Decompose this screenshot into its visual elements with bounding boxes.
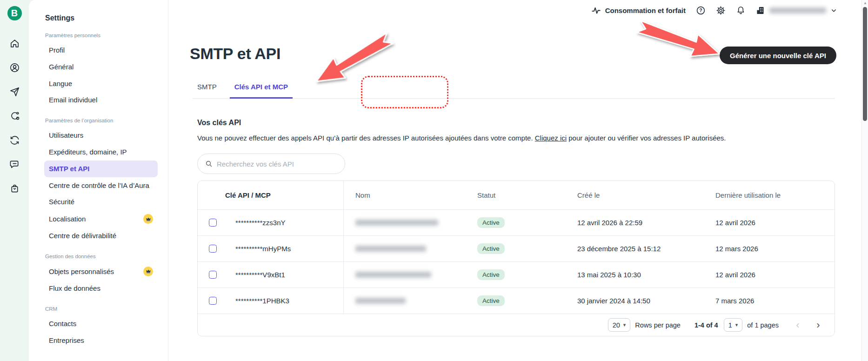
rows-per-page-select[interactable]: 20▾ (608, 318, 631, 332)
last-used-cell: 12 mars 2026 (715, 236, 835, 261)
tab-bar: SMTP Clés API et MCP (193, 80, 835, 99)
key-name-redacted (355, 272, 431, 278)
key-name-redacted (355, 246, 426, 252)
usage-plan-link[interactable]: Consommation et forfait (591, 6, 686, 15)
row-checkbox[interactable] (209, 271, 217, 279)
sidebar-item-securite[interactable]: Sécurité (44, 194, 158, 210)
section-label-organisation: Paramètres de l’organisation (45, 118, 158, 123)
sidebar-item-flux-donnees[interactable]: Flux de données (44, 280, 158, 297)
page-select[interactable]: 1▾ (724, 318, 743, 332)
api-key-masked: **********mHyPMs (235, 245, 291, 253)
account-menu[interactable] (755, 6, 837, 15)
premium-crown-icon (143, 267, 153, 276)
key-name-redacted (355, 220, 438, 226)
sidebar-item-smtp-api[interactable]: SMTP et API (44, 160, 158, 177)
table-pagination: 20▾ Rows per page 1-4 of 4 1▾ of 1 pages… (198, 314, 835, 336)
last-used-cell: 12 avril 2026 (715, 210, 835, 235)
generate-api-key-button[interactable]: Générer une nouvelle clé API (720, 47, 836, 64)
topbar: Consommation et forfait ? (591, 5, 837, 15)
notifications-button[interactable] (735, 5, 746, 15)
settings-gear-icon (716, 6, 726, 15)
chevron-down-icon (830, 7, 837, 14)
tab-smtp[interactable]: SMTP (193, 80, 221, 99)
sidebar-item-langue[interactable]: Langue (44, 75, 158, 92)
chevron-down-icon: ▾ (623, 322, 626, 328)
sidebar-item-contacts[interactable]: Contacts (44, 315, 158, 332)
home-icon (9, 38, 20, 49)
row-checkbox[interactable] (209, 219, 217, 227)
section-label-crm: CRM (45, 306, 158, 312)
status-badge: Active (477, 269, 505, 280)
row-checkbox[interactable] (209, 245, 217, 253)
status-badge: Active (477, 295, 505, 306)
nav-home[interactable] (7, 36, 21, 50)
row-range-label: 1-4 of 4 (694, 321, 718, 329)
sidebar-item-expediteurs[interactable]: Expéditeurs, domaine, IP (44, 144, 158, 160)
table-header-row: Clé API / MCP Nom Statut Créé le Dernièr… (198, 181, 835, 209)
settings-button[interactable] (715, 5, 726, 15)
sidebar-item-localisation[interactable]: Localisation (44, 210, 158, 227)
nav-campaigns[interactable] (7, 85, 21, 99)
api-keys-search (197, 154, 345, 174)
scrollbar-thumb[interactable] (863, 7, 867, 121)
row-checkbox[interactable] (209, 297, 217, 305)
usage-pulse-icon (591, 6, 601, 15)
notifications-bell-icon (736, 6, 746, 15)
sidebar-item-utilisateurs[interactable]: Utilisateurs (44, 127, 158, 144)
nav-conversations[interactable] (7, 157, 21, 171)
col-header-cree-le: Créé le (577, 181, 715, 209)
nav-contacts[interactable] (7, 60, 21, 74)
search-icon (205, 160, 213, 167)
last-used-cell: 7 mars 2026 (715, 288, 835, 314)
col-header-nom: Nom (344, 181, 477, 209)
api-keys-description: Vous ne pouvez effectuer des appels API … (197, 134, 726, 142)
section-label-personal: Paramètres personnels (45, 33, 158, 38)
created-cell: 23 décembre 2025 à 15:12 (577, 236, 715, 261)
chevron-down-icon: ▾ (735, 322, 738, 328)
next-page-button[interactable]: › (811, 318, 825, 332)
sidebar-item-aura[interactable]: Centre de contrôle de l’IA d’Aura (44, 177, 158, 194)
contacts-icon (9, 62, 20, 73)
sidebar-item-email-individuel[interactable]: Email individuel (44, 92, 158, 108)
settings-sidebar: Settings Paramètres personnels Profil Gé… (29, 0, 168, 361)
page-scrollbar: ▲ (861, 0, 868, 361)
search-input[interactable] (217, 160, 338, 168)
api-keys-table: Clé API / MCP Nom Statut Créé le Dernièr… (197, 180, 835, 336)
api-key-masked: **********1PHBK3 (235, 297, 289, 305)
created-cell: 12 avril 2026 à 22:59 (577, 210, 715, 235)
sidebar-title: Settings (45, 14, 168, 22)
nav-transactional[interactable] (7, 133, 21, 147)
last-used-cell: 12 avril 2026 (715, 262, 835, 287)
nav-commerce[interactable] (7, 181, 21, 195)
transactional-sync-icon (9, 135, 20, 146)
sidebar-item-general[interactable]: Général (44, 59, 158, 75)
col-header-key: Clé API / MCP (198, 181, 344, 209)
sidebar-item-objets-personnalises[interactable]: Objets personnalisés (44, 263, 158, 280)
rows-per-page-label: Rows per page (635, 321, 681, 329)
help-button[interactable]: ? (695, 5, 706, 15)
sidebar-item-profil[interactable]: Profil (44, 42, 158, 59)
organization-building-icon (755, 6, 765, 15)
nav-automation[interactable] (7, 109, 21, 123)
api-key-row: **********mHyPMs Active 23 décembre 2025… (198, 235, 835, 261)
previous-page-button[interactable]: ‹ (791, 318, 805, 332)
conversations-chat-icon (9, 159, 20, 170)
account-name-redacted (769, 7, 826, 13)
sidebar-item-entreprises[interactable]: Entreprises (44, 332, 158, 349)
content-panel: Settings Paramètres personnels Profil Gé… (29, 0, 868, 361)
sidebar-item-delivrabilite[interactable]: Centre de délivrabilité (44, 227, 158, 244)
help-icon: ? (696, 6, 706, 15)
cliquez-ici-link[interactable]: Cliquez ici (535, 134, 567, 142)
tab-cles-api-mcp[interactable]: Clés API et MCP (230, 80, 293, 99)
scrollbar-up-arrow[interactable]: ▲ (862, 1, 868, 5)
svg-text:?: ? (699, 7, 702, 13)
created-cell: 30 janvier 2024 à 14:50 (577, 288, 715, 314)
api-key-row: **********1PHBK3 Active 30 janvier 2024 … (198, 287, 835, 314)
section-label-donnees: Gestion des données (45, 254, 158, 259)
main-area: Consommation et forfait ? SMTP et API Gé… (168, 0, 868, 361)
api-key-masked: **********V9xBt1 (235, 271, 285, 279)
brevo-logo[interactable]: B (7, 6, 22, 20)
api-key-masked: **********zzs3nY (235, 219, 286, 227)
api-keys-section-title: Vos clés API (197, 119, 241, 127)
api-key-row: **********V9xBt1 Active 13 mai 2025 à 10… (198, 261, 835, 287)
